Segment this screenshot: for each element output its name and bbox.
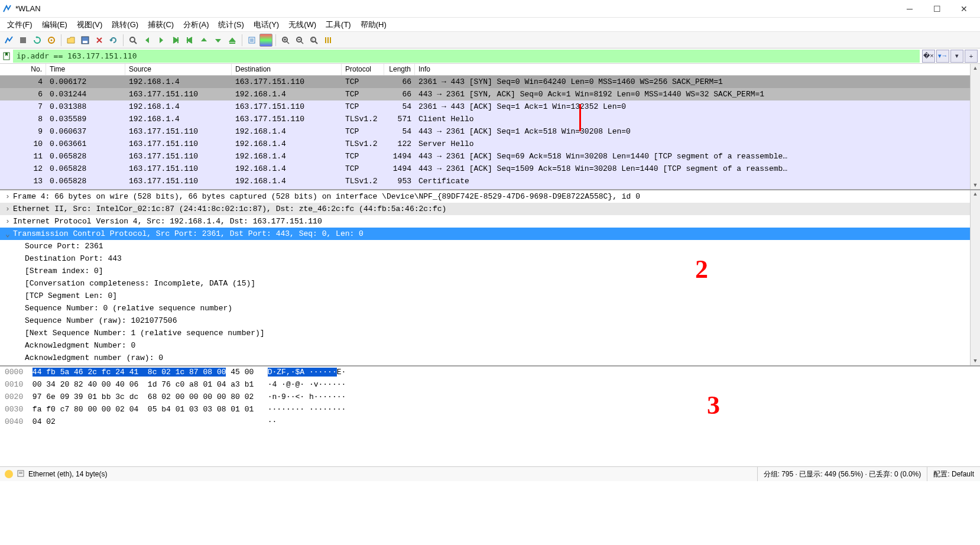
status-profile[interactable]: 配置: Default (927, 467, 980, 481)
title-bar: *WLAN ─ ☐ ✕ (0, 0, 980, 18)
menu-wireless[interactable]: 无线(W) (285, 18, 320, 31)
detail-srcport: Source Port: 2361 (0, 240, 970, 252)
expert-info-icon[interactable] (5, 470, 13, 478)
open-file-icon[interactable] (64, 34, 77, 47)
status-bar: Ethernet (eth), 14 byte(s) 分组: 795 · 已显示… (0, 466, 980, 481)
packet-row[interactable]: 60.031244163.177.151.110192.168.1.4TCP66… (0, 88, 980, 100)
scrollbar[interactable]: ▲▼ (970, 64, 980, 189)
minimize-button[interactable]: ─ (896, 0, 923, 18)
go-forward-icon[interactable] (155, 34, 168, 47)
filter-apply-icon[interactable]: ▾→ (936, 50, 949, 63)
packet-details-pane[interactable]: ›Frame 4: 66 bytes on wire (528 bits), 6… (0, 190, 980, 366)
column-length[interactable]: Length (384, 64, 415, 75)
menu-analyze[interactable]: 分析(A) (180, 18, 212, 31)
svg-text:1: 1 (311, 38, 314, 42)
menu-stats[interactable]: 统计(S) (215, 18, 247, 31)
menu-tools[interactable]: 工具(T) (322, 18, 355, 31)
svg-rect-4 (83, 41, 87, 43)
menu-edit[interactable]: 编辑(E) (38, 18, 71, 31)
separator (123, 34, 124, 46)
menu-help[interactable]: 帮助(H) (357, 18, 390, 31)
filter-clear-icon[interactable]: �× (922, 50, 935, 63)
detail-nextseq: [Next Sequence Number: 1 (relative seque… (0, 327, 970, 339)
detail-ip: ›Internet Protocol Version 4, Src: 192.1… (0, 215, 970, 228)
restart-capture-icon[interactable] (31, 34, 44, 47)
svg-point-5 (130, 37, 135, 42)
packet-list-header: No. Time Source Destination Protocol Len… (0, 64, 980, 76)
filter-history-icon[interactable]: ▾ (950, 50, 963, 63)
go-back-icon[interactable] (141, 34, 154, 47)
detail-tcp: ⌄Transmission Control Protocol, Src Port… (0, 228, 970, 240)
menu-telephony[interactable]: 电话(Y) (250, 18, 283, 31)
menu-view[interactable]: 视图(V) (73, 18, 106, 31)
detail-completeness: [Conversation completeness: Incomplete, … (0, 277, 970, 290)
packet-row[interactable]: 140.065874192.168.1.4163.177.151.110TCP5… (0, 187, 980, 189)
packet-row[interactable]: 110.065828163.177.151.110192.168.1.4TCP1… (0, 150, 980, 163)
stop-capture-icon[interactable] (17, 34, 30, 47)
menu-go[interactable]: 跳转(G) (108, 18, 142, 31)
column-source[interactable]: Source (125, 64, 232, 75)
auto-scroll-icon[interactable] (245, 34, 258, 47)
packet-list-body[interactable]: 40.006172192.168.1.4163.177.151.110TCP66… (0, 76, 980, 189)
svg-rect-0 (20, 37, 26, 43)
annotation-redbar (579, 104, 581, 131)
toolbar: 1 (0, 32, 980, 48)
separator (242, 34, 242, 46)
expand-icon[interactable]: › (4, 217, 12, 226)
status-stats: 分组: 795 · 已显示: 449 (56.5%) · 已丢弃: 0 (0.0… (757, 467, 927, 481)
column-protocol[interactable]: Protocol (342, 64, 384, 75)
maximize-button[interactable]: ☐ (923, 0, 950, 18)
packet-row[interactable]: 130.065828163.177.151.110192.168.1.4TLSv… (0, 175, 980, 187)
app-icon (2, 4, 12, 14)
zoom-reset-icon[interactable]: 1 (307, 34, 320, 47)
go-up-icon[interactable] (197, 34, 210, 47)
colorize-icon[interactable] (259, 34, 272, 47)
display-filter-input[interactable] (13, 50, 920, 63)
go-first-icon[interactable] (183, 34, 196, 47)
display-filter-bar: �× ▾→ ▾ + (0, 48, 980, 64)
detail-ack: Acknowledgment Number: 0 (0, 339, 970, 352)
packet-row[interactable]: 100.063661163.177.151.110192.168.1.4TLSv… (0, 138, 980, 150)
detail-stream: [Stream index: 0] (0, 265, 970, 277)
menu-capture[interactable]: 捕获(C) (144, 18, 177, 31)
column-info[interactable]: Info (415, 64, 980, 75)
packet-row[interactable]: 80.035589192.168.1.4163.177.151.110TLSv1… (0, 113, 980, 125)
reload-icon[interactable] (107, 34, 120, 47)
capture-options-icon[interactable] (45, 34, 58, 47)
go-to-packet-icon[interactable] (169, 34, 182, 47)
expand-icon[interactable]: › (4, 205, 12, 213)
resize-columns-icon[interactable] (322, 34, 335, 47)
go-last-icon[interactable] (226, 34, 239, 47)
close-file-icon[interactable] (93, 34, 106, 47)
zoom-in-icon[interactable] (279, 34, 292, 47)
filter-bookmark-icon[interactable] (0, 50, 13, 63)
packet-row[interactable]: 120.065828163.177.151.110192.168.1.4TCP1… (0, 163, 980, 175)
zoom-out-icon[interactable] (293, 34, 306, 47)
collapse-icon[interactable]: ⌄ (4, 229, 12, 239)
detail-seqnum: Sequence Number: 0 (relative sequence nu… (0, 302, 970, 314)
packet-bytes-pane[interactable]: 0000 44 fb 5a 46 2c fc 24 41 8c 02 1c 87… (0, 366, 980, 466)
packet-row[interactable]: 90.060637163.177.151.110192.168.1.4TCP54… (0, 125, 980, 138)
filter-add-icon[interactable]: + (965, 50, 978, 63)
separator (275, 34, 276, 46)
start-capture-icon[interactable] (2, 34, 15, 47)
save-file-icon[interactable] (79, 34, 92, 47)
column-destination[interactable]: Destination (232, 64, 342, 75)
packet-row[interactable]: 70.031388192.168.1.4163.177.151.110TCP54… (0, 100, 980, 113)
close-button[interactable]: ✕ (950, 0, 978, 18)
detail-seglen: [TCP Segment Len: 0] (0, 290, 970, 302)
capture-file-icon[interactable] (17, 469, 25, 479)
packet-row[interactable]: 40.006172192.168.1.4163.177.151.110TCP66… (0, 76, 980, 88)
svg-point-2 (51, 39, 53, 41)
expand-icon[interactable]: › (4, 192, 12, 201)
go-down-icon[interactable] (212, 34, 225, 47)
column-no[interactable]: No. (0, 64, 46, 75)
separator (61, 34, 61, 46)
status-left: Ethernet (eth), 14 byte(s) (28, 470, 107, 478)
find-icon[interactable] (126, 34, 139, 47)
detail-ack-raw: Acknowledgment number (raw): 0 (0, 352, 970, 364)
menu-file[interactable]: 文件(F) (4, 18, 36, 31)
column-time[interactable]: Time (46, 64, 125, 75)
scrollbar[interactable]: ▲▼ (970, 190, 980, 365)
detail-seqnum-raw: Sequence Number (raw): 1021077506 (0, 314, 970, 327)
